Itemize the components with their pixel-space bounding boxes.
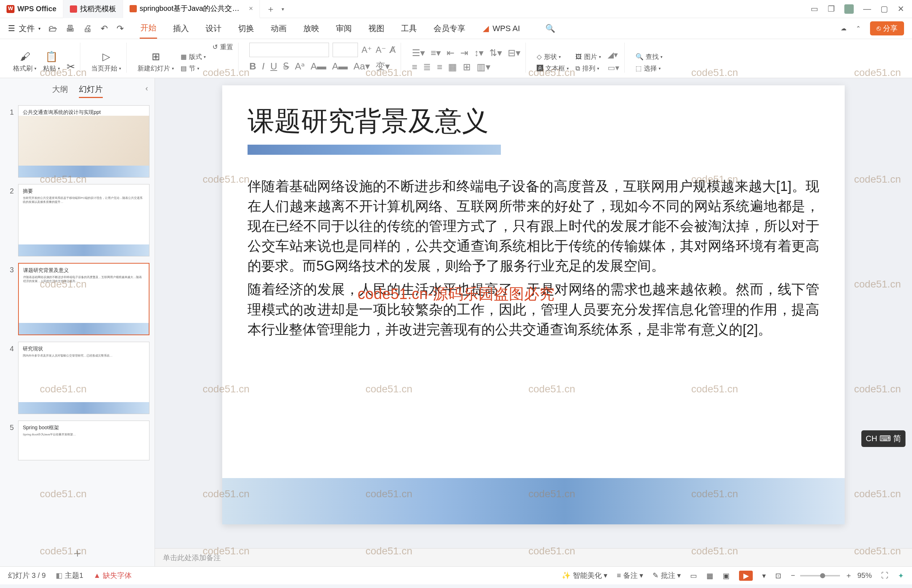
slideshow-dropdown[interactable]: ▾	[762, 571, 766, 580]
fullscreen-icon[interactable]: ⛶	[881, 571, 888, 580]
theme-indicator[interactable]: ◧ 主题1	[56, 571, 83, 580]
text-direction-button[interactable]: ⇅▾	[489, 47, 502, 58]
save-icon[interactable]: 🖶	[66, 24, 75, 34]
section-button[interactable]: ▤节	[181, 64, 206, 73]
ribbon-tab-tools[interactable]: 工具	[400, 19, 418, 38]
review-toggle[interactable]: ✎ 批注 ▾	[653, 571, 681, 580]
cube-icon[interactable]: ❐	[828, 4, 835, 14]
zoom-control[interactable]: − ＋ 95%	[791, 571, 872, 580]
bold-button[interactable]: B	[249, 61, 256, 72]
ribbon-tab-member[interactable]: 会员专享	[433, 19, 466, 38]
share-button[interactable]: ⎋分享	[870, 21, 904, 36]
format-painter-button[interactable]: 🖌格式刷	[13, 50, 37, 73]
shapes-button[interactable]: ◇形状	[537, 52, 569, 61]
cut-button[interactable]: ✂	[66, 60, 75, 73]
align-center-button[interactable]: ≣	[423, 61, 431, 73]
maximize-icon[interactable]: ▢	[881, 4, 888, 14]
open-icon[interactable]: 🗁	[49, 24, 57, 34]
new-tab-button[interactable]: ＋	[260, 3, 282, 15]
tab-templates[interactable]: 找稻壳模板	[63, 0, 123, 18]
line-spacing-button[interactable]: ↕▾	[474, 47, 483, 58]
align-text-button[interactable]: ⊟▾	[508, 47, 520, 58]
ribbon-tab-design[interactable]: 设计	[205, 19, 222, 38]
ribbon-tab-insert[interactable]: 插入	[172, 19, 190, 38]
font-family-select[interactable]	[249, 43, 329, 57]
ime-indicator[interactable]: CH ⌨ 简	[861, 430, 906, 447]
slideshow-button[interactable]: ▶	[739, 571, 753, 581]
redo-icon[interactable]: ↷	[117, 24, 124, 34]
indent-left-button[interactable]: ⇤	[447, 47, 455, 58]
tab-close-icon[interactable]: ×	[249, 4, 253, 13]
select-button[interactable]: ⬚选择	[635, 64, 663, 73]
align-justify-button[interactable]: ▦	[448, 61, 457, 73]
zoom-in-icon[interactable]: ＋	[845, 571, 852, 580]
clear-format-icon[interactable]: A̸	[390, 45, 395, 55]
app-brand-tab[interactable]: WPS Office	[0, 0, 63, 18]
thumbnail-slide-1[interactable]: 公共交通查询系统的设计与实现ppt	[18, 105, 149, 178]
collapse-panel-icon[interactable]: ‹	[146, 84, 148, 93]
zoom-out-icon[interactable]: −	[791, 571, 795, 580]
minimize-icon[interactable]: —	[863, 4, 871, 14]
increase-font-icon[interactable]: A⁺	[361, 45, 372, 55]
notes-toggle[interactable]: ≡ 备注 ▾	[617, 571, 643, 580]
indent-right-button[interactable]: ⇥	[460, 47, 468, 58]
change-case-button[interactable]: Aa▾	[353, 61, 370, 72]
start-from-current-button[interactable]: ▷当页开始	[91, 50, 121, 73]
superscript-button[interactable]: Aᵃ	[295, 61, 305, 72]
add-slide-button[interactable]: ＋	[0, 540, 154, 566]
tab-slides[interactable]: 幻灯片	[79, 84, 103, 98]
tab-list-dropdown[interactable]: ▾	[282, 6, 284, 12]
bullets-button[interactable]: ☰▾	[412, 47, 425, 58]
tab-outline[interactable]: 大纲	[52, 84, 68, 98]
arrange-button[interactable]: ⧉排列	[575, 64, 601, 73]
collapse-ribbon-icon[interactable]: ⌃	[856, 25, 860, 32]
smart-beautify-button[interactable]: ✨ 智能美化 ▾	[562, 571, 607, 580]
view-normal-icon[interactable]: ▭	[690, 571, 697, 580]
shape-outline-icon[interactable]: ▭▾	[607, 63, 619, 73]
distribute-button[interactable]: ⊞	[463, 61, 471, 73]
zoom-slider[interactable]	[800, 575, 840, 577]
numbering-button[interactable]: ≡▾	[431, 47, 441, 58]
slide-canvas[interactable]: 课题研究背景及意义 伴随着基础网络设施的不断进步和终端电子设备的高度普及，互联网…	[222, 86, 845, 524]
paste-button[interactable]: 📋粘贴	[43, 50, 60, 73]
settings-icon[interactable]: ✦	[898, 571, 904, 580]
print-icon[interactable]: 🖨	[83, 24, 92, 34]
text-effects-button[interactable]: 变▾	[376, 60, 390, 73]
font-size-select[interactable]	[332, 43, 358, 57]
ribbon-tab-slideshow[interactable]: 放映	[303, 19, 320, 38]
thumbnail-slide-4[interactable]: 研究现状国内外许多学者及开发人员对智能公交管理研究…已经形成完整系统…	[18, 342, 149, 414]
ribbon-tab-review[interactable]: 审阅	[335, 19, 353, 38]
view-reading-icon[interactable]: ▣	[723, 571, 730, 580]
thumbnail-slide-2[interactable]: 摘要当研究开发的公共交通查询系统基于移动端和PC端的设计理念，让用户无论…随着公…	[18, 184, 149, 257]
missing-fonts-warning[interactable]: ▲ 缺失字体	[93, 571, 131, 580]
ribbon-tab-home[interactable]: 开始	[140, 18, 157, 39]
wps-ai-button[interactable]: ◢WPS AI	[481, 15, 522, 42]
close-icon[interactable]: ✕	[897, 4, 904, 14]
textbox-button[interactable]: 🅰文本框	[537, 64, 569, 73]
view-sorter-icon[interactable]: ▦	[706, 571, 713, 580]
ribbon-tab-animation[interactable]: 动画	[270, 19, 287, 38]
fit-to-window-icon[interactable]: ⊡	[775, 571, 781, 580]
thumbnail-slide-3[interactable]: 课题研究背景及意义伴随着基础网络设施的不断进步和终端电子设备的高度普及，互联网用…	[18, 263, 149, 335]
reset-button[interactable]: ↺重置	[212, 43, 233, 51]
shape-fill-icon[interactable]: ◢▾	[607, 50, 619, 60]
underline-button[interactable]: U	[271, 61, 277, 72]
align-left-button[interactable]: ≡	[412, 61, 417, 73]
undo-icon[interactable]: ↶	[100, 24, 108, 34]
pictures-button[interactable]: 🖼图片	[575, 52, 601, 61]
columns-button[interactable]: ▥▾	[476, 61, 490, 73]
avatar-icon[interactable]	[844, 4, 854, 14]
find-button[interactable]: 🔍查找	[635, 52, 663, 61]
decrease-font-icon[interactable]: A⁻	[376, 45, 386, 55]
search-icon[interactable]: 🔍	[545, 19, 556, 37]
notes-input[interactable]: 单击此处添加备注	[155, 548, 912, 566]
align-right-button[interactable]: ≡	[437, 61, 442, 73]
new-slide-button[interactable]: ⊞新建幻灯片	[138, 50, 174, 73]
file-menu[interactable]: ☰文件▾	[8, 23, 40, 34]
highlight-button[interactable]: A▬	[311, 61, 326, 72]
font-color-button[interactable]: A▬	[332, 61, 347, 72]
multi-window-icon[interactable]: ▭	[811, 4, 818, 14]
ribbon-tab-view[interactable]: 视图	[368, 19, 385, 38]
layout-button[interactable]: ▦版式	[181, 52, 206, 61]
slide-position[interactable]: 幻灯片 3 / 9	[8, 571, 45, 580]
